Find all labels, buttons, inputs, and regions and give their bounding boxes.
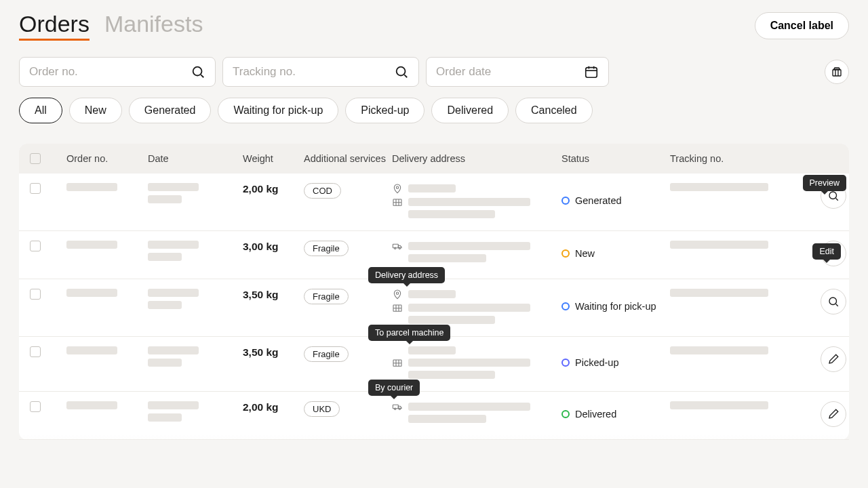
service-tag: Fragile [304,241,349,256]
filter-waiting[interactable]: Waiting for pick-up [218,98,338,123]
filter-picked-up[interactable]: Picked-up [345,98,425,123]
tracking-number-input[interactable] [233,65,394,79]
table-header: Order no. Date Weight Additional service… [19,144,849,174]
select-all-checkbox[interactable] [30,153,41,164]
status-label: Picked-up [575,357,618,368]
search-icon [191,64,205,79]
filter-all[interactable]: All [19,98,62,123]
table-row[interactable]: 2,00 kgUKDBy courierDelivered [19,392,849,440]
status-dot [561,249,570,258]
tracking-search-wrap[interactable] [222,57,419,87]
svg-rect-3 [833,70,841,76]
calendar-icon [584,64,599,79]
order-search-wrap[interactable] [19,57,216,87]
service-tag: Fragile [304,289,349,304]
svg-point-8 [394,247,395,249]
svg-point-15 [394,408,395,409]
svg-point-6 [829,192,837,199]
status-dot [561,359,570,367]
orders-table: Order no. Date Weight Additional service… [19,144,849,440]
status-dot [561,302,570,310]
columns-icon [831,66,843,78]
weight-value: 3,50 kg [243,346,304,379]
col-status: Status [561,153,670,164]
tooltip-delivery: To parcel machine [368,325,450,341]
col-order-no: Order no. [66,153,148,164]
col-address: Delivery address [392,153,561,164]
order-number-input[interactable] [29,65,191,79]
column-settings-button[interactable] [825,60,849,84]
col-weight: Weight [243,153,304,164]
filter-canceled[interactable]: Canceled [515,98,593,123]
row-checkbox[interactable] [30,401,41,412]
service-tag: UKD [304,401,340,417]
weight-value: 2,00 kg [243,183,304,218]
edit-button[interactable] [821,401,846,427]
tooltip-edit: Edit [812,243,841,260]
row-checkbox[interactable] [30,346,41,357]
tooltip-delivery: Delivery address [368,267,445,283]
status-label: Waiting for pick-up [575,301,656,312]
tab-orders[interactable]: Orders [19,11,90,41]
row-checkbox[interactable] [30,289,41,300]
main-tabs: Orders Manifests [19,11,203,41]
status-dot [561,197,570,205]
col-date: Date [148,153,243,164]
service-tag: Fragile [304,346,349,362]
tooltip-delivery: By courier [368,380,420,396]
svg-point-9 [399,247,400,249]
col-services: Additional services [304,153,392,164]
preview-button[interactable] [821,289,846,314]
svg-point-4 [396,186,398,188]
filter-delivered[interactable]: Delivered [431,98,509,123]
table-row[interactable]: 2,00 kgCODGenerated [19,174,849,231]
svg-rect-2 [586,68,597,78]
service-tag: COD [304,183,341,199]
status-label: Generated [575,195,622,206]
svg-point-12 [829,298,837,305]
tab-manifests[interactable]: Manifests [104,11,203,37]
svg-point-10 [396,292,398,294]
svg-point-1 [397,67,406,76]
svg-point-0 [193,67,202,76]
edit-button[interactable] [821,346,846,372]
status-label: New [575,248,595,259]
filter-generated[interactable]: Generated [129,98,212,123]
order-date-input[interactable] [436,65,584,79]
status-filters: All New Generated Waiting for pick-up Pi… [19,98,849,123]
filter-new[interactable]: New [69,98,122,123]
weight-value: 3,00 kg [243,241,304,266]
table-row[interactable]: 3,50 kgFragileTo parcel machinePicked-up [19,337,849,392]
tooltip-preview: Preview [803,175,846,191]
svg-point-16 [399,408,400,409]
cancel-label-button[interactable]: Cancel label [755,12,849,39]
col-tracking: Tracking no. [670,153,799,164]
row-checkbox[interactable] [30,183,41,194]
status-label: Delivered [575,409,616,420]
weight-value: 2,00 kg [243,401,304,427]
date-search-wrap[interactable] [426,57,609,87]
status-dot [561,410,570,418]
search-icon [394,64,409,79]
row-checkbox[interactable] [30,241,41,251]
weight-value: 3,50 kg [243,289,304,324]
